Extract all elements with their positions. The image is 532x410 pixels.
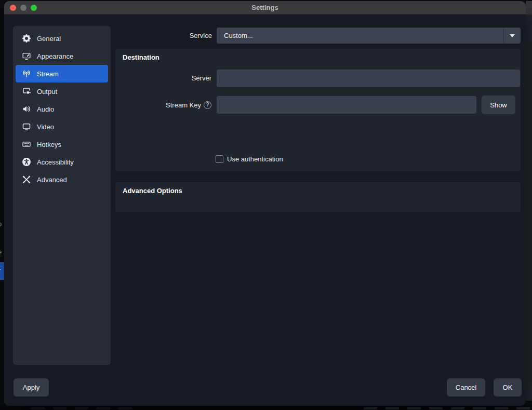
sidebar-item-appearance[interactable]: Appearance — [16, 47, 108, 65]
desktop: o e r Settings General — [0, 0, 532, 410]
sidebar-item-label: Advanced — [37, 176, 67, 184]
use-authentication-checkbox[interactable] — [216, 155, 223, 163]
sidebar-item-advanced[interactable]: Advanced — [16, 171, 108, 188]
stream-key-label: Stream Key — [166, 101, 201, 109]
sidebar-item-label: Audio — [37, 105, 54, 113]
bg-window-left-fragment: o — [0, 220, 4, 228]
bg-window-bottom-marks — [31, 407, 135, 409]
help-icon[interactable]: ? — [204, 101, 211, 109]
sidebar-item-output[interactable]: Output — [16, 83, 108, 100]
bg-window-right-edge — [526, 15, 532, 401]
server-input[interactable] — [217, 70, 520, 87]
apply-button[interactable]: Apply — [14, 378, 49, 397]
destination-heading: Destination — [123, 53, 159, 61]
service-dropdown-arrow-segment[interactable] — [503, 28, 521, 44]
broadcast-icon — [22, 70, 31, 78]
advanced-options-panel: Advanced Options — [115, 182, 521, 212]
sidebar-item-audio[interactable]: Audio — [16, 100, 108, 118]
sidebar-item-hotkeys[interactable]: Hotkeys — [16, 135, 108, 153]
monitor-icon — [22, 122, 31, 131]
cancel-button[interactable]: Cancel — [447, 378, 485, 397]
window-title: Settings — [4, 1, 526, 15]
show-button[interactable]: Show — [482, 95, 515, 114]
advanced-options-heading: Advanced Options — [123, 187, 182, 195]
use-authentication-row[interactable]: Use authentication — [216, 155, 283, 163]
accessibility-icon — [22, 158, 31, 166]
output-icon — [22, 87, 31, 95]
sidebar-item-label: General — [37, 35, 61, 43]
gear-icon — [22, 34, 31, 43]
bg-window-right-edge — [526, 1, 532, 15]
sidebar-item-label: Video — [37, 123, 54, 131]
sidebar-item-label: Hotkeys — [37, 141, 61, 148]
settings-sidebar: General Appearance Stream Output — [13, 26, 111, 365]
tools-icon — [22, 175, 31, 184]
bg-window-left-fragment: e — [0, 248, 4, 256]
sidebar-item-label: Accessibility — [37, 158, 74, 166]
appearance-icon — [22, 52, 31, 60]
service-dropdown-value: Custom... — [217, 32, 503, 39]
stream-key-label-row: Stream Key ? — [115, 96, 211, 114]
sidebar-item-label: Output — [37, 88, 57, 95]
sidebar-item-label: Stream — [37, 70, 59, 78]
bg-window-bottom-marks — [364, 407, 530, 409]
chevron-down-icon — [510, 34, 515, 37]
service-dropdown[interactable]: Custom... — [217, 28, 521, 44]
titlebar[interactable]: Settings — [4, 1, 526, 15]
sidebar-item-stream[interactable]: Stream — [16, 65, 108, 83]
keyboard-icon — [22, 140, 31, 148]
sidebar-item-label: Appearance — [37, 52, 73, 60]
sidebar-item-accessibility[interactable]: Accessibility — [16, 153, 108, 171]
service-label: Service — [176, 32, 212, 39]
sidebar-item-general[interactable]: General — [16, 30, 108, 47]
destination-panel: Destination Server Stream Key ? Show Use… — [115, 49, 521, 171]
server-label: Server — [115, 70, 211, 87]
stream-key-input[interactable] — [217, 96, 476, 114]
use-authentication-label: Use authentication — [227, 155, 283, 163]
speaker-icon — [22, 105, 31, 113]
sidebar-item-video[interactable]: Video — [16, 118, 108, 135]
settings-window: Settings General Appearance Stream — [4, 1, 526, 406]
ok-button[interactable]: OK — [494, 378, 522, 397]
